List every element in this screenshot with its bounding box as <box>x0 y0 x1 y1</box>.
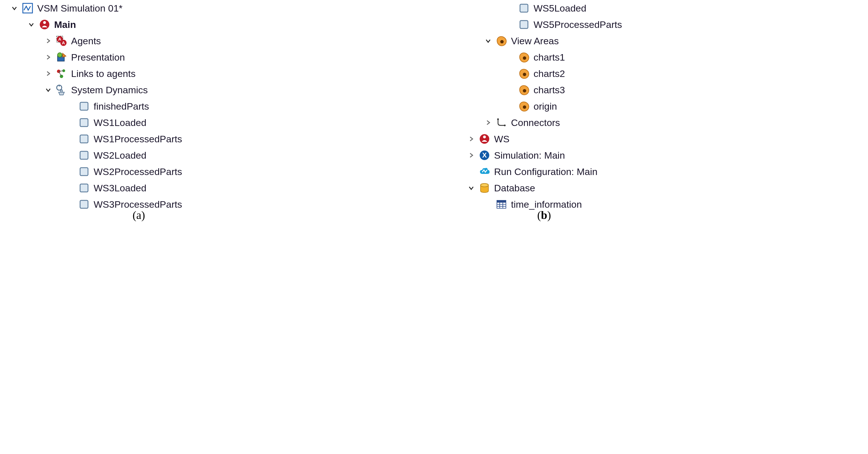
tree-item-var[interactable]: WS5Loaded <box>440 0 762 17</box>
table-icon <box>495 198 507 210</box>
project-label: VSM Simulation 01* <box>37 2 122 14</box>
tree-item-table[interactable]: time_information <box>440 196 762 213</box>
viewarea-label: origin <box>533 100 557 112</box>
links-label: Links to agents <box>71 67 136 80</box>
view-area-icon <box>495 35 507 47</box>
tree-item-sysdyn[interactable]: System Dynamics <box>0 82 321 98</box>
subfigure-label-a: (a) <box>132 208 145 222</box>
tree-item-viewarea[interactable]: charts3 <box>440 82 762 98</box>
chevron-right-icon[interactable] <box>42 68 54 79</box>
chevron-right-icon[interactable] <box>465 133 477 145</box>
var-label: WS2ProcessedParts <box>94 165 182 178</box>
view-area-icon <box>518 100 530 112</box>
chevron-right-icon[interactable] <box>482 117 494 129</box>
chevron-down-icon[interactable] <box>25 19 37 30</box>
tree-item-var[interactable]: WS3ProcessedParts <box>0 196 321 213</box>
tree-item-connectors[interactable]: Connectors <box>440 115 762 131</box>
tree-item-viewarea[interactable]: charts1 <box>440 49 762 65</box>
experiment-icon <box>478 149 491 161</box>
tree-item-project[interactable]: VSM Simulation 01* <box>0 0 321 17</box>
tree-item-var[interactable]: WS2Loaded <box>0 147 321 163</box>
chevron-right-icon[interactable] <box>465 149 477 161</box>
tree-item-var[interactable]: WS2ProcessedParts <box>0 163 321 180</box>
agents-label: Agents <box>71 35 101 47</box>
tree-item-var[interactable]: WS1ProcessedParts <box>0 131 321 147</box>
variable-icon <box>78 100 90 112</box>
tree-item-var[interactable]: WS3Loaded <box>0 180 321 196</box>
tree-item-database[interactable]: Database <box>440 180 762 196</box>
variable-icon <box>78 149 90 161</box>
simulation-label: Simulation: Main <box>494 149 565 161</box>
variable-icon <box>78 165 90 178</box>
chevron-right-icon[interactable] <box>42 35 54 47</box>
cloud-icon <box>478 165 491 178</box>
tree-item-var[interactable]: WS5ProcessedParts <box>440 17 762 33</box>
main-label: Main <box>54 18 76 31</box>
variable-icon <box>78 133 90 145</box>
tree-item-presentation[interactable]: Presentation <box>0 49 321 65</box>
var-label: WS5ProcessedParts <box>533 18 622 31</box>
variable-icon <box>78 182 90 194</box>
tree-item-runconfig[interactable]: Run Configuration: Main <box>440 163 762 180</box>
agent-icon <box>478 133 491 145</box>
tree-item-main[interactable]: Main <box>0 17 321 33</box>
viewareas-label: View Areas <box>511 35 559 47</box>
chevron-down-icon[interactable] <box>8 2 20 14</box>
system-dynamics-icon <box>55 84 68 96</box>
view-area-icon <box>518 51 530 63</box>
tree-item-ws[interactable]: WS <box>440 131 762 147</box>
tree-item-viewarea[interactable]: origin <box>440 98 762 115</box>
model-icon <box>22 2 34 14</box>
var-label: WS3Loaded <box>94 182 146 194</box>
agent-icon <box>38 18 51 31</box>
view-area-icon <box>518 84 530 96</box>
variable-icon <box>78 198 90 210</box>
tree-item-viewareas[interactable]: View Areas <box>440 33 762 49</box>
database-icon <box>478 182 491 194</box>
sysdyn-label: System Dynamics <box>71 84 148 96</box>
tree-item-links[interactable]: Links to agents <box>0 65 321 82</box>
viewarea-label: charts3 <box>533 84 565 96</box>
agents-icon <box>55 35 68 47</box>
tree-item-var[interactable]: finishedParts <box>0 98 321 115</box>
viewarea-label: charts1 <box>533 51 565 63</box>
chevron-down-icon[interactable] <box>465 182 477 194</box>
view-area-icon <box>518 67 530 80</box>
tree-item-var[interactable]: WS1Loaded <box>0 115 321 131</box>
tree-item-simulation[interactable]: Simulation: Main <box>440 147 762 163</box>
viewarea-label: charts2 <box>533 67 565 80</box>
variable-icon <box>518 18 530 31</box>
chevron-down-icon[interactable] <box>482 35 494 47</box>
connectors-label: Connectors <box>511 117 560 129</box>
presentation-icon <box>55 51 68 63</box>
variable-icon <box>78 117 90 129</box>
tree-item-agents[interactable]: Agents <box>0 33 321 49</box>
variable-icon <box>518 2 530 14</box>
chevron-right-icon[interactable] <box>42 51 54 63</box>
var-label: WS2Loaded <box>94 149 146 161</box>
connectors-icon <box>495 117 507 129</box>
var-label: WS5Loaded <box>533 2 586 14</box>
var-label: WS1Loaded <box>94 117 146 129</box>
chevron-down-icon[interactable] <box>42 84 54 96</box>
presentation-label: Presentation <box>71 51 125 63</box>
database-label: Database <box>494 182 535 194</box>
var-label: WS1ProcessedParts <box>94 133 182 145</box>
links-icon <box>55 67 68 80</box>
ws-label: WS <box>494 133 509 145</box>
tree-item-viewarea[interactable]: charts2 <box>440 65 762 82</box>
runconfig-label: Run Configuration: Main <box>494 165 597 178</box>
subfigure-label-b: (b) <box>537 208 551 222</box>
var-label: finishedParts <box>94 100 149 112</box>
